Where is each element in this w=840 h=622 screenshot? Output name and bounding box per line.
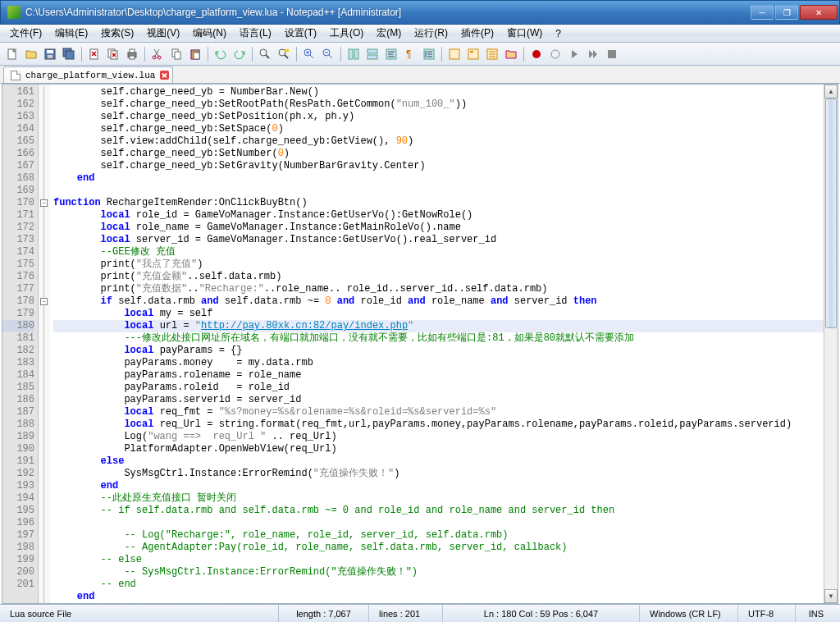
- sync-h-icon[interactable]: [363, 45, 381, 63]
- svg-rect-17: [193, 49, 198, 52]
- menu-item[interactable]: 文件(F): [3, 25, 48, 42]
- scroll-up-icon[interactable]: ▲: [824, 85, 838, 98]
- svg-rect-18: [194, 53, 199, 59]
- status-cursor: Ln : 180 Col : 59 Pos : 6,047: [443, 605, 640, 622]
- sync-v-icon[interactable]: [345, 45, 363, 63]
- vertical-scrollbar[interactable]: ▲ ▼: [824, 85, 838, 603]
- toolbar: ¶: [0, 43, 840, 66]
- wrap-icon[interactable]: [382, 45, 400, 63]
- status-encoding: UTF-8: [738, 605, 796, 622]
- window-title: C:\Users\Administrator\Desktop\charge_pl…: [25, 7, 751, 18]
- zoom-out-icon[interactable]: [319, 45, 337, 63]
- open-file-icon[interactable]: [22, 45, 40, 63]
- copy-icon[interactable]: [167, 45, 185, 63]
- menu-item[interactable]: 搜索(S): [94, 25, 140, 42]
- print-icon[interactable]: [123, 45, 141, 63]
- svg-rect-31: [450, 49, 459, 59]
- close-file-icon[interactable]: [85, 45, 103, 63]
- doc-map-icon[interactable]: [464, 45, 482, 63]
- menu-item[interactable]: 工具(O): [323, 25, 370, 42]
- svg-rect-3: [48, 55, 52, 58]
- folder-icon[interactable]: [502, 45, 520, 63]
- status-eol: Windows (CR LF): [640, 605, 738, 622]
- scroll-thumb[interactable]: [825, 98, 837, 328]
- find-icon[interactable]: [256, 45, 274, 63]
- code-area[interactable]: self.charge_need_yb = NumberBar.New() se…: [50, 85, 824, 603]
- svg-rect-27: [368, 55, 377, 59]
- lang-icon[interactable]: [445, 45, 463, 63]
- macro-save-icon[interactable]: [603, 45, 621, 63]
- svg-rect-11: [130, 56, 135, 59]
- svg-text:¶: ¶: [406, 48, 411, 60]
- menu-item[interactable]: 编辑(E): [48, 25, 94, 42]
- paste-icon[interactable]: [186, 45, 204, 63]
- line-number-gutter: 1611621631641651661671681691701711721731…: [2, 85, 39, 603]
- svg-rect-32: [468, 49, 478, 59]
- tab-label: charge_platform_view.lua: [25, 71, 155, 80]
- macro-play-multi-icon[interactable]: [584, 45, 602, 63]
- file-tab[interactable]: charge_platform_view.lua: [3, 66, 173, 83]
- svg-point-20: [279, 49, 285, 56]
- menu-item[interactable]: 窗口(W): [500, 25, 549, 42]
- menu-item[interactable]: 设置(T): [278, 25, 323, 42]
- macro-rec-icon[interactable]: [527, 45, 546, 63]
- menu-item[interactable]: ?: [549, 26, 568, 41]
- statusbar: Lua source File length : 7,067 lines : 2…: [0, 604, 840, 622]
- status-length: length : 7,067: [279, 605, 369, 622]
- redo-icon[interactable]: [231, 45, 249, 63]
- cut-icon[interactable]: [148, 45, 167, 63]
- save-all-icon[interactable]: [60, 45, 78, 63]
- svg-rect-21: [285, 49, 289, 52]
- svg-rect-24: [349, 49, 353, 59]
- menu-item[interactable]: 宏(M): [370, 25, 408, 42]
- svg-rect-5: [66, 51, 74, 59]
- svg-rect-25: [354, 49, 358, 59]
- app-icon: [7, 6, 21, 19]
- macro-stop-icon[interactable]: [546, 45, 564, 63]
- new-file-icon[interactable]: [3, 45, 21, 63]
- svg-point-36: [551, 50, 559, 58]
- editor: 1611621631641651661671681691701711721731…: [2, 84, 838, 604]
- tabbar: charge_platform_view.lua: [0, 66, 840, 84]
- svg-rect-37: [608, 50, 616, 58]
- maximize-button[interactable]: ❐: [775, 5, 798, 20]
- save-icon[interactable]: [41, 45, 59, 63]
- minimize-button[interactable]: ─: [751, 5, 774, 20]
- status-lines: lines : 201: [369, 605, 443, 622]
- svg-rect-26: [368, 49, 377, 53]
- func-list-icon[interactable]: [483, 45, 501, 63]
- menu-item[interactable]: 视图(V): [140, 25, 186, 42]
- close-button[interactable]: ✕: [800, 5, 838, 20]
- replace-icon[interactable]: [275, 45, 293, 63]
- undo-icon[interactable]: [212, 45, 230, 63]
- svg-point-35: [532, 50, 541, 58]
- fold-column[interactable]: −−: [39, 85, 50, 603]
- svg-rect-15: [175, 52, 180, 59]
- menu-item[interactable]: 插件(P): [454, 25, 500, 42]
- macro-play-icon[interactable]: [565, 45, 583, 63]
- svg-rect-2: [47, 50, 53, 53]
- menu-item[interactable]: 编码(N): [186, 25, 233, 42]
- status-filetype: Lua source File: [0, 605, 279, 622]
- svg-rect-33: [470, 51, 473, 53]
- file-icon: [11, 71, 21, 80]
- scroll-down-icon[interactable]: ▼: [824, 589, 838, 603]
- invis-icon[interactable]: ¶: [401, 45, 419, 63]
- svg-rect-10: [130, 49, 135, 53]
- indent-icon[interactable]: [420, 45, 438, 63]
- close-all-icon[interactable]: [104, 45, 122, 63]
- window-titlebar: C:\Users\Administrator\Desktop\charge_pl…: [0, 0, 840, 25]
- status-mode: INS: [796, 605, 840, 622]
- menu-item[interactable]: 语言(L): [233, 25, 278, 42]
- svg-point-19: [260, 49, 267, 56]
- menu-item[interactable]: 运行(R): [408, 25, 454, 42]
- menubar: 文件(F)编辑(E)搜索(S)视图(V)编码(N)语言(L)设置(T)工具(O)…: [0, 25, 840, 43]
- zoom-in-icon[interactable]: [300, 45, 318, 63]
- tab-close-icon[interactable]: [160, 71, 169, 80]
